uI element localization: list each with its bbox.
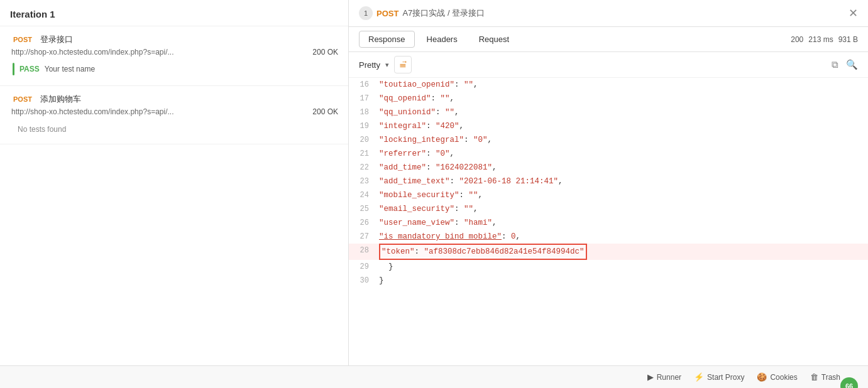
line-content-22: "add_time": "1624022081", [376,161,868,175]
copy-icon[interactable]: ⧉ [832,59,838,70]
request-url-row-1: http://shop-xo.hctestedu.com/index.php?s… [10,48,338,57]
method-badge-post-1: POST [10,35,35,45]
line-num-badge: 1 [359,6,373,20]
pass-label: PASS [19,65,40,73]
start-proxy-action[interactable]: ⚡ Start Proxy [694,372,744,382]
toolbar-left: Pretty ▾ ≡⃗ [359,56,412,73]
line-content-23: "add_time_text": "2021-06-18 21:14:41", [376,175,868,188]
left-panel: Iteration 1 POST 登录接口 http://shop-xo.hct… [0,0,349,365]
code-line-20: 20 "locking_integral": "0", [349,133,868,147]
test-pass-bar [13,63,14,75]
code-line-17: 17 "qq_openid": "", [349,92,868,105]
main-container: Iteration 1 POST 登录接口 http://shop-xo.hct… [0,0,868,365]
scroll-indicator: 66 [840,377,858,389]
line-content-30: } [376,274,868,288]
line-content-16: "toutiao_openid": "", [376,78,868,92]
line-content-27: "is_mandatory_bind_mobile": 0, [376,230,868,244]
pretty-label: Pretty [359,60,380,70]
request-url-row-2: http://shop-xo.hctestedu.com/index.php?s… [10,107,338,116]
proxy-icon: ⚡ [694,372,704,382]
line-content-29: } [376,260,868,274]
iteration-title: Iteration 1 [10,9,55,19]
line-num-23: 23 [349,175,376,188]
request-item-2[interactable]: POST 添加购物车 http://shop-xo.hctestedu.com/… [0,86,348,144]
trash-label: Trash [821,373,840,382]
test-name: Your test name [45,65,95,73]
request-url-2: http://shop-xo.hctestedu.com/index.php?s… [11,107,174,116]
line-content-17: "qq_openid": "", [376,92,868,105]
code-line-19: 19 "integral": "420", [349,119,868,133]
code-line-30: 30 } [349,274,868,288]
line-content-26: "user_name_view": "hami", [376,216,868,230]
panel-breadcrumb: A7接口实战 / 登录接口 [402,8,485,19]
cookies-action[interactable]: 🍪 Cookies [757,372,797,382]
tab-request[interactable]: Request [470,31,519,48]
line-num-16: 16 [349,78,376,92]
tab-headers[interactable]: Headers [417,31,467,48]
filter-button[interactable]: ≡⃗ [394,56,412,73]
line-content-21: "referrer": "0", [376,147,868,161]
runner-action[interactable]: ▶ Runner [647,372,681,382]
trash-action[interactable]: 🗑 Trash [810,372,840,382]
line-content-19: "integral": "420", [376,119,868,133]
dropdown-arrow-icon[interactable]: ▾ [385,61,389,69]
code-line-21: 21 "referrer": "0", [349,147,868,161]
line-num-20: 20 [349,133,376,147]
right-panel-header: 1 POST A7接口实战 / 登录接口 ✕ [349,0,868,27]
code-line-22: 22 "add_time": "1624022081", [349,161,868,175]
start-proxy-label: Start Proxy [707,373,744,382]
toolbar-right: ⧉ 🔍 [832,59,858,70]
line-num-22: 22 [349,161,376,175]
line-num-29: 29 [349,260,376,274]
request-url-1: http://shop-xo.hctestedu.com/index.php?s… [11,48,174,57]
runner-icon: ▶ [647,372,654,382]
response-time: 213 ms [808,35,833,44]
no-tests: No tests found [10,120,338,136]
code-line-18: 18 "qq_unionid": "", [349,105,868,119]
runner-label: Runner [657,373,681,382]
request-item-1[interactable]: POST 登录接口 http://shop-xo.hctestedu.com/i… [0,26,348,86]
close-button[interactable]: ✕ [849,8,858,19]
code-line-23: 23 "add_time_text": "2021-06-18 21:14:41… [349,175,868,188]
test-result-1: PASS Your test name [10,60,338,78]
code-area: 16 "toutiao_openid": "", 17 "qq_openid":… [349,78,868,365]
code-line-26: 26 "user_name_view": "hami", [349,216,868,230]
line-num-28: 28 [349,244,376,257]
line-num-21: 21 [349,147,376,161]
response-size: 931 B [838,35,858,44]
tab-response[interactable]: Response [359,31,415,48]
panel-title: 1 POST A7接口实战 / 登录接口 [359,6,485,20]
response-tabs: Response Headers Request 200 213 ms 931 … [349,27,868,52]
right-panel: 1 POST A7接口实战 / 登录接口 ✕ Response Headers … [349,0,868,365]
code-line-28: 28 "token": "af8308dc7ebb846d82a41e54f84… [349,244,868,260]
line-num-25: 25 [349,202,376,216]
code-line-29: 29 } [349,260,868,274]
bottom-bar: ▶ Runner ⚡ Start Proxy 🍪 Cookies 🗑 Trash… [0,365,868,388]
line-content-25: "email_security": "", [376,202,868,216]
code-line-24: 24 "mobile_security": "", [349,188,868,202]
line-num-26: 26 [349,216,376,230]
method-badge-post-2: POST [10,94,35,104]
line-content-28: "token": "af8308dc7ebb846d82a41e54f84994… [376,244,868,260]
status-code: 200 [791,35,803,44]
line-num-18: 18 [349,105,376,119]
request-name-1: 登录接口 [40,34,73,45]
request-item-1-title: POST 登录接口 [10,34,338,45]
toolbar-row: Pretty ▾ ≡⃗ ⧉ 🔍 [349,52,868,78]
line-content-24: "mobile_security": "", [376,188,868,202]
filter-icon: ≡⃗ [399,60,407,70]
code-line-25: 25 "email_security": "", [349,202,868,216]
line-content-18: "qq_unionid": "", [376,105,868,119]
line-num-24: 24 [349,188,376,202]
line-num-27: 27 [349,230,376,244]
response-meta: 200 213 ms 931 B [791,35,858,44]
cookies-icon: 🍪 [757,372,767,382]
status-ok-1: 200 OK [312,48,338,57]
search-icon[interactable]: 🔍 [846,59,858,70]
code-line-16: 16 "toutiao_openid": "", [349,78,868,92]
line-num-30: 30 [349,274,376,288]
code-line-27: 27 "is_mandatory_bind_mobile": 0, [349,230,868,244]
line-num-17: 17 [349,92,376,105]
iteration-header: Iteration 1 [0,0,348,26]
status-ok-2: 200 OK [312,107,338,116]
